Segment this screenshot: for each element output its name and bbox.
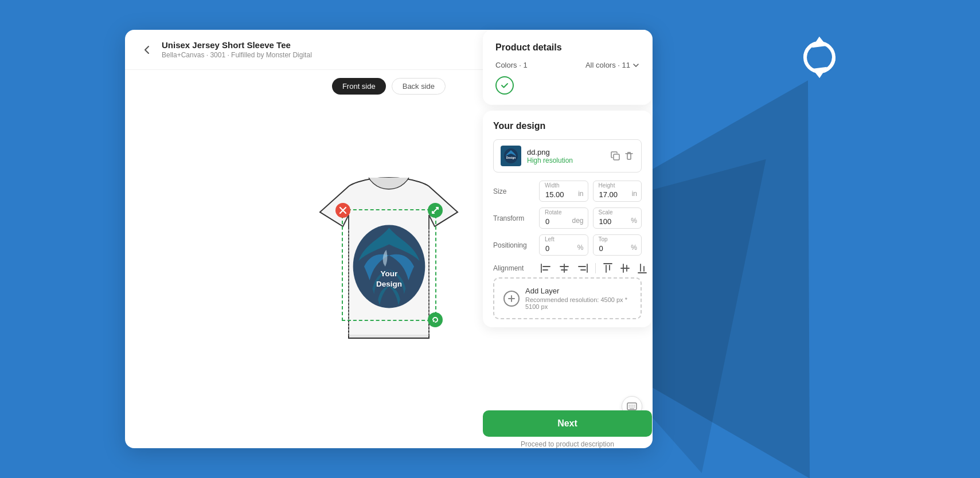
design-info: dd.png High resolution [527,148,604,164]
design-item: Design dd.png High resolution [493,139,642,173]
header-title-block: Unisex Jersey Short Sleeve Tee Bella+Can… [162,40,518,59]
add-layer-plus-icon [503,291,520,307]
your-design-title: Your design [493,121,642,131]
design-thumbnail: Design [501,146,521,166]
transform-row: Transform Rotate deg Scale % [493,207,642,229]
align-left-button[interactable] [539,262,553,275]
add-layer-text: Add Layer Recommended resolution: 4500 p… [525,287,631,310]
resize-handle[interactable] [428,203,443,218]
size-row: Size Width in Height in [493,181,642,202]
left-wrapper: Left % [539,234,588,256]
design-actions [610,151,634,161]
align-right-button[interactable] [576,262,589,275]
left-unit: % [577,244,584,252]
design-filename: dd.png [527,148,604,156]
proceed-text: Proceed to product description [483,440,652,448]
product-subtitle: Bella+Canvas · 3001 · Fulfilled by Monst… [162,51,518,59]
color-swatch-white[interactable] [495,76,514,95]
left-floating-label: Left [545,236,555,242]
height-unit: in [632,190,637,198]
design-content: Your Design [343,210,435,320]
positioning-label: Positioning [493,241,534,249]
size-label: Size [493,187,534,195]
colors-label: Colors · 1 [495,61,528,69]
height-floating-label: Height [599,182,615,189]
rotate-unit: deg [572,217,583,225]
next-button[interactable]: Next [483,410,652,437]
trash-icon [624,151,634,161]
back-button[interactable] [139,42,155,58]
delete-handle[interactable] [335,203,350,218]
back-side-button[interactable]: Back side [392,78,446,95]
design-quality: High resolution [527,156,604,164]
chevron-down-icon [632,62,639,69]
height-wrapper: Height in [593,181,642,202]
right-panel: Product details Colors · 1 All colors · … [483,30,652,448]
positioning-field-group: Left % Top % [539,234,642,256]
alignment-row: Alignment [493,261,642,275]
product-title: Unisex Jersey Short Sleeve Tee [162,40,518,50]
delete-design-button[interactable] [624,151,634,161]
svg-rect-7 [614,154,619,160]
copy-icon [610,151,620,161]
design-overlay[interactable]: Your Design [342,209,436,321]
align-bottom-icon [637,262,647,274]
scale-wrapper: Scale % [593,207,642,229]
colors-row: Colors · 1 All colors · 11 [495,61,639,69]
product-details-title: Product details [495,42,639,53]
your-design-section: Your design Design dd.png High resolutio… [483,111,652,327]
svg-text:Design: Design [376,280,402,288]
positioning-row: Positioning Left % Top % [493,234,642,256]
top-wrapper: Top % [593,234,642,256]
width-floating-label: Width [545,182,560,189]
alignment-icons [539,261,649,275]
align-center-h-icon [559,263,570,273]
size-field-group: Width in Height in [539,181,642,202]
bottom-panel: Next Proceed to product description [483,410,652,448]
design-thumb-svg: Design [503,148,519,164]
front-side-button[interactable]: Front side [332,78,386,95]
top-unit: % [631,244,637,252]
add-layer-subtitle: Recommended resolution: 4500 px * 5100 p… [525,296,631,310]
plus-icon [507,295,516,303]
svg-text:Your: Your [381,269,399,278]
align-top-icon [603,262,613,274]
align-center-h-button[interactable] [557,262,571,275]
product-details-section: Product details Colors · 1 All colors · … [483,30,652,105]
alignment-divider [595,263,596,273]
align-top-button[interactable] [602,261,614,275]
scale-floating-label: Scale [599,209,613,216]
align-left-icon [540,263,552,273]
all-colors-button[interactable]: All colors · 11 [585,61,639,69]
transform-label: Transform [493,214,534,222]
svg-text:Design: Design [506,156,516,159]
add-layer-title: Add Layer [525,287,631,295]
align-bottom-button[interactable] [636,261,649,275]
width-unit: in [578,190,583,198]
scale-unit: % [631,217,637,225]
align-right-icon [577,263,588,273]
sync-icon [797,34,842,83]
rotate-handle[interactable] [428,312,443,327]
add-layer-section[interactable]: Add Layer Recommended resolution: 4500 p… [493,277,642,319]
tshirt-container: Your Design [303,160,475,367]
rotate-wrapper: Rotate deg [539,207,588,229]
alignment-label: Alignment [493,264,534,272]
width-wrapper: Width in [539,181,588,202]
rotate-floating-label: Rotate [545,209,561,216]
align-middle-v-icon [620,262,630,274]
top-floating-label: Top [599,236,608,242]
transform-field-group: Rotate deg Scale % [539,207,642,229]
copy-design-button[interactable] [610,151,620,161]
align-middle-v-button[interactable] [619,261,631,275]
tropical-design-svg: Your Design [348,215,431,315]
